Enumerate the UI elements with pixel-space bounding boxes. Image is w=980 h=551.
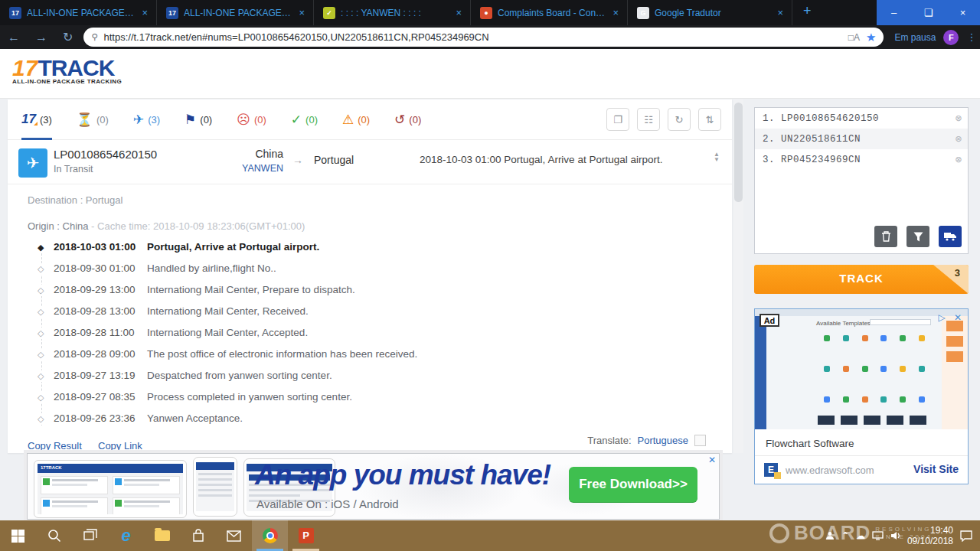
taskbar-clock[interactable]: 19:40 09/10/2018 — [907, 525, 953, 546]
destination-country: Portugal — [314, 154, 354, 166]
sync-paused-label: Em pausa — [894, 32, 936, 43]
tab-title: Complaints Board - Consumer — [498, 8, 605, 18]
refresh-button[interactable]: ↻ — [668, 108, 691, 131]
filter-tab-all[interactable]: 17(3) — [21, 99, 52, 140]
restore-button[interactable]: ❏ — [911, 0, 946, 25]
profile-avatar[interactable]: F — [943, 30, 959, 45]
search-button[interactable] — [36, 520, 72, 551]
filter-tab-alert[interactable]: ⚠(0) — [342, 99, 370, 140]
translate-language-link[interactable]: Portuguese — [638, 435, 689, 446]
start-button[interactable] — [0, 520, 36, 551]
track-button[interactable]: TRACK 3 — [754, 265, 969, 294]
airplane-icon: ✈ — [133, 113, 144, 126]
tab-close-icon[interactable]: × — [453, 7, 464, 18]
omnibox[interactable]: ⚲ □A ★ — [83, 28, 884, 47]
minimize-button[interactable]: – — [877, 0, 911, 25]
mail-button[interactable] — [216, 520, 252, 551]
bookmark-star-icon[interactable]: ★ — [866, 31, 876, 44]
copy-all-button[interactable]: ❐ — [606, 108, 629, 131]
copy-selected-button[interactable]: ☷ — [637, 108, 660, 131]
filter-tab-expired[interactable]: ↺(0) — [394, 99, 421, 140]
reload-icon[interactable]: ↻ — [55, 30, 80, 44]
visit-site-link[interactable]: Visit Site — [913, 463, 959, 475]
clear-all-button[interactable] — [874, 226, 897, 247]
tab-close-icon[interactable]: × — [296, 7, 307, 18]
filter-tab-in-transit[interactable]: ✈(3) — [133, 99, 160, 140]
new-tab-button[interactable]: + — [792, 0, 822, 25]
copy-link-link[interactable]: Copy Link — [98, 440, 142, 452]
filter-tab-undelivered[interactable]: ☹(0) — [237, 99, 266, 140]
people-icon[interactable] — [825, 531, 835, 540]
remove-number-icon[interactable]: ⊗ — [956, 112, 962, 125]
collapse-expand-button[interactable]: ⇅ — [698, 108, 721, 131]
ad-badge: Ad — [760, 314, 779, 327]
ad-controls[interactable]: ▷ ✕ — [938, 312, 965, 323]
tracking-number: LP00108654620150 — [54, 148, 157, 161]
sidebar-ad[interactable]: Available Templates Ad ▷ ✕ Flowchart Sof… — [754, 308, 969, 484]
origin-line: Origin : China - Cache time: 2018-10-09 … — [28, 220, 305, 232]
task-view-button[interactable] — [72, 520, 108, 551]
filter-tab-delivered[interactable]: ✓(0) — [291, 99, 318, 140]
carrier-link[interactable]: YANWEN — [199, 163, 283, 174]
logo-tagline: ALL-IN-ONE PACKAGE TRACKING — [12, 78, 122, 85]
scrollbar-track[interactable] — [733, 99, 743, 453]
banner-headline: An app you must have! — [255, 459, 550, 491]
powerpoint-button[interactable]: P — [288, 520, 324, 551]
timeline-event: ◇2018-09-26 23:36Yanwen Acceptance. — [8, 410, 732, 432]
chrome-button[interactable] — [252, 520, 288, 551]
number-list-item[interactable]: 1. LP00108654620150⊗ — [755, 108, 968, 129]
number-list-item[interactable]: 2. UN220518611CN⊗ — [755, 129, 968, 149]
trash-icon — [881, 231, 891, 242]
funnel-icon — [913, 232, 923, 242]
edge-icon: e — [121, 526, 130, 546]
tab-close-icon[interactable]: × — [775, 7, 786, 18]
scrollbar-thumb[interactable] — [734, 103, 743, 202]
browser-menu-icon[interactable]: ⋮ — [966, 31, 976, 43]
remove-number-icon[interactable]: ⊗ — [956, 153, 962, 166]
17track-logo[interactable]: 17TRACK ALL-IN-ONE PACKAGE TRACKING — [12, 55, 122, 85]
chevron-up-icon[interactable]: ⌃ — [841, 530, 849, 541]
file-explorer-button[interactable] — [144, 520, 180, 551]
browser-tab[interactable]: 17 ALL-IN-ONE PACKAGE TRACKI × — [0, 0, 157, 25]
browser-tab[interactable]: ✓ : : : : YANWEN : : : : × — [314, 0, 471, 25]
browser-tab[interactable]: G Google Tradutor × — [628, 0, 792, 25]
translate-page-icon[interactable]: □A — [848, 32, 860, 43]
action-center-icon[interactable] — [960, 530, 972, 542]
remove-number-icon[interactable]: ⊗ — [956, 132, 962, 145]
tab-close-icon[interactable]: × — [610, 7, 621, 18]
logo-track: TRACK — [38, 55, 114, 80]
ad-title[interactable]: Flowchart Software — [766, 438, 854, 449]
filter-tab-pickup[interactable]: ⚑(0) — [185, 99, 212, 140]
volume-icon[interactable] — [890, 531, 900, 540]
tab-title: Google Tradutor — [655, 8, 769, 18]
store-bag-icon — [191, 529, 205, 543]
filter-button[interactable] — [906, 226, 929, 247]
number-list-item[interactable]: 3. RP045234969CN⊗ — [755, 149, 968, 170]
timeline-marker: ◇ — [38, 328, 44, 339]
browser-tab[interactable]: ● Complaints Board - Consumer × — [471, 0, 628, 25]
url-input[interactable] — [103, 31, 841, 43]
copy-result-link[interactable]: Copy Result — [28, 440, 82, 452]
timeline-marker: ◇ — [38, 285, 44, 296]
close-button[interactable]: × — [946, 0, 980, 25]
filter-tab-pending[interactable]: ⏳(0) — [77, 99, 109, 140]
back-icon[interactable]: ← — [0, 31, 28, 44]
timeline-marker: ◇ — [38, 413, 44, 425]
translate-checkbox[interactable] — [694, 435, 706, 446]
timeline-event: ◇2018-09-29 13:00Internationg Mail Cente… — [8, 282, 732, 303]
store-button[interactable] — [180, 520, 216, 551]
track-carrier-button[interactable] — [939, 226, 962, 247]
browser-tab[interactable]: 17 ALL-IN-ONE PACKAGE TRACKI × — [157, 0, 314, 25]
shipment-summary-row[interactable]: ✈ LP00108654620150 In Transit China YANW… — [8, 141, 732, 184]
tab-title: ALL-IN-ONE PACKAGE TRACKI — [27, 8, 134, 18]
pc-icon[interactable] — [872, 531, 884, 540]
cloud-icon[interactable]: ☁ — [856, 530, 865, 541]
free-download-button[interactable]: Free Download>> — [569, 467, 697, 502]
latest-event-summary: 2018-10-03 01:00 Portugal, Arrive at Por… — [420, 154, 662, 165]
forward-icon[interactable]: → — [28, 31, 55, 44]
time-label: 19:40 — [907, 525, 953, 536]
expand-collapse-icon[interactable]: ▲▼ — [714, 152, 720, 162]
banner-close-icon[interactable]: ✕ — [708, 455, 716, 465]
edge-button[interactable]: e — [108, 520, 144, 551]
tab-close-icon[interactable]: × — [139, 7, 150, 18]
